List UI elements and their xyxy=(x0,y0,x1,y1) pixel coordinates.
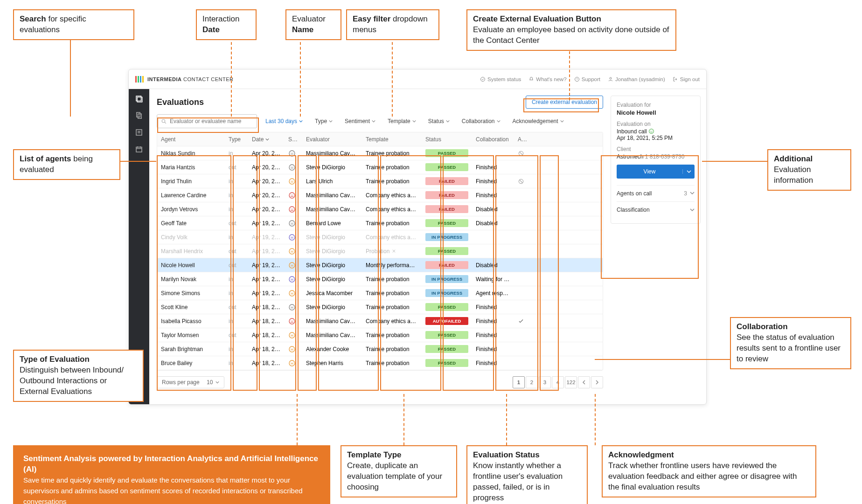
svg-point-15 xyxy=(162,119,165,122)
page-button[interactable]: 4 xyxy=(552,376,564,388)
table-row[interactable]: Geoff Tate out Apr 19, 2020 Bernard Lowe… xyxy=(157,216,603,230)
cell-sentiment xyxy=(285,189,302,202)
nav-calendar-icon[interactable] xyxy=(135,145,143,153)
close-icon xyxy=(391,249,396,254)
svg-point-0 xyxy=(481,77,485,81)
filter-template[interactable]: Template xyxy=(384,115,420,127)
page-button[interactable]: 122 xyxy=(565,376,577,388)
create-external-evaluation-button[interactable]: Create external evaluation xyxy=(526,96,603,109)
svg-point-39 xyxy=(289,235,295,240)
filter-acknowledgement[interactable]: Acknowledgement xyxy=(509,115,568,127)
table-row[interactable]: Marshall Hendrix out Apr 19, 2020 Steve … xyxy=(157,244,603,258)
svg-point-41 xyxy=(292,236,293,237)
cell-agent: Sarah Brightman xyxy=(157,343,225,355)
nav-copy-icon[interactable] xyxy=(135,111,143,120)
filter-type[interactable]: Type xyxy=(311,115,336,127)
cell-template: Monthly performance... xyxy=(362,259,422,271)
table-row[interactable]: Simone Simons in Apr 19, 2020 Jessica Ma… xyxy=(157,286,603,300)
cell-agent: Nicole Howell xyxy=(157,259,225,271)
th-type[interactable]: Type xyxy=(225,133,248,145)
cell-template: Trainee probation xyxy=(362,329,422,341)
cell-collab: Disabled xyxy=(472,259,514,271)
page-button[interactable]: 2 xyxy=(526,376,538,388)
cell-sentiment xyxy=(285,301,302,314)
table-row[interactable]: Cindy Volk in Apr 19, 2020 Steve DiGiorg… xyxy=(157,230,603,244)
status-badge: FAILED xyxy=(425,177,468,185)
link-sign-out[interactable]: Sign out xyxy=(673,76,700,82)
cell-template: Trainee probation xyxy=(362,273,422,285)
page-button[interactable]: 3 xyxy=(539,376,551,388)
svg-point-50 xyxy=(292,278,293,279)
status-badge: PASSED xyxy=(425,149,468,157)
pager-next-button[interactable] xyxy=(591,376,603,388)
cell-status: IN PROGRESS xyxy=(422,286,472,300)
cell-sentiment xyxy=(285,203,302,216)
page-button[interactable]: 1 xyxy=(513,376,525,388)
cell-status: IN PROGRESS xyxy=(422,230,472,244)
detail-call-info: Inbound call Apr 18, 2021, 5:25 PM xyxy=(617,128,695,141)
cell-date: Apr 20, 2020 xyxy=(248,189,285,201)
accordion-agents-on-call[interactable]: Agents on call 3 xyxy=(617,185,695,201)
sentiment-icon xyxy=(288,304,296,311)
table-row[interactable]: Isabella Picasso in Apr 18, 2020 Massimi… xyxy=(157,314,603,328)
table-row[interactable]: Maria Hantzis out Apr 20, 2020 Steve DiG… xyxy=(157,160,603,174)
th-collab[interactable]: Collaboration xyxy=(472,133,514,145)
rows-per-page-dropdown[interactable]: Rows per page 10 xyxy=(157,376,224,388)
svg-point-42 xyxy=(289,249,295,254)
callout-create: Create External Evaluation ButtonEvaluat… xyxy=(466,9,676,51)
svg-point-44 xyxy=(292,250,293,251)
th-template[interactable]: Template xyxy=(362,133,422,145)
sentiment-icon xyxy=(288,262,296,269)
cell-status: PASSED xyxy=(422,356,472,370)
svg-point-33 xyxy=(289,207,295,212)
filter-collaboration[interactable]: Collaboration xyxy=(458,115,504,127)
link-support[interactable]: ? Support xyxy=(574,76,600,82)
table-row[interactable]: Bruce Bailey in Apr 18, 2020 Stephen Har… xyxy=(157,356,603,370)
view-button[interactable]: View xyxy=(617,168,682,175)
th-sen[interactable]: Sen. xyxy=(285,133,302,145)
cell-status: FAILED xyxy=(422,202,472,216)
nav-list-icon[interactable] xyxy=(135,128,143,137)
th-status[interactable]: Status xyxy=(422,133,472,145)
search-input[interactable] xyxy=(170,118,253,124)
th-ack[interactable]: Ack. xyxy=(514,133,532,145)
filter-sentiment[interactable]: Sentiment xyxy=(341,115,379,127)
svg-point-38 xyxy=(292,222,293,223)
cell-type: out xyxy=(225,329,248,341)
link-user-menu[interactable]: Jonathan (sysadmin) xyxy=(608,76,665,82)
th-date[interactable]: Date xyxy=(248,133,285,145)
cell-collab: Agent responded xyxy=(472,287,514,299)
cell-date: Apr 19, 2020 xyxy=(248,245,285,257)
accordion-classification[interactable]: Classification xyxy=(617,201,695,218)
table-row[interactable]: Marilyn Novak in Apr 19, 2020 Steve DiGi… xyxy=(157,272,603,286)
cell-ack xyxy=(514,221,532,226)
table-row[interactable]: Nicole Howell out Apr 19, 2020 Steve DiG… xyxy=(157,258,603,272)
svg-point-71 xyxy=(652,131,653,131)
search-input-wrapper[interactable] xyxy=(157,114,257,128)
th-evaluator[interactable]: Evaluator xyxy=(302,133,362,145)
filter-period[interactable]: Last 30 days xyxy=(262,115,306,127)
cell-collab: Finished xyxy=(472,315,514,327)
table-row[interactable]: Lawrence Cardine in Apr 20, 2020 Massimi… xyxy=(157,188,603,202)
th-agent[interactable]: Agent xyxy=(157,133,225,145)
filter-status[interactable]: Status xyxy=(424,115,453,127)
table-row[interactable]: Ingrid Thulin in Apr 20, 2020 Lars Ulric… xyxy=(157,174,603,188)
link-whats-new[interactable]: What's new? xyxy=(528,76,566,82)
callout-additional: Additional Evaluation information xyxy=(767,149,851,191)
cell-template: Trainee probation xyxy=(362,287,422,299)
table-row[interactable]: Scott Kline out Apr 18, 2020 Steve DiGio… xyxy=(157,300,603,314)
pager-prev-button[interactable] xyxy=(578,376,590,388)
table-row[interactable]: Niklas Sundin in Apr 20, 2020 Massimilia… xyxy=(157,146,603,160)
chevron-down-icon xyxy=(299,119,303,123)
table-row[interactable]: Sarah Brightman in Apr 18, 2020 Alexande… xyxy=(157,342,603,356)
link-system-status[interactable]: System status xyxy=(480,76,521,82)
nav-evaluations-icon[interactable] xyxy=(135,95,143,103)
table-row[interactable]: Jordyn Vetrovs in Apr 20, 2020 Massimili… xyxy=(157,202,603,216)
view-dropdown-button[interactable] xyxy=(682,169,695,174)
detail-column: Evaluation for Nicole Howell Evaluation … xyxy=(611,89,706,404)
cell-date: Apr 19, 2020 xyxy=(248,287,285,299)
status-badge: PASSED xyxy=(425,219,468,227)
cell-date: Apr 19, 2020 xyxy=(248,259,285,271)
table-row[interactable]: Taylor Momsen out Apr 18, 2020 Massimili… xyxy=(157,328,603,342)
cell-type: in xyxy=(225,287,248,299)
